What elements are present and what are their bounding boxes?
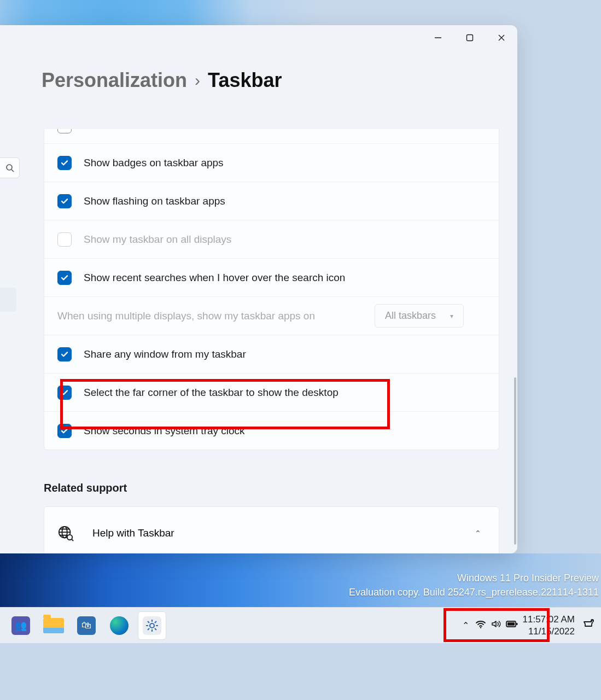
breadcrumb-separator-icon: › — [195, 71, 200, 90]
teams-icon: 👥 — [11, 616, 30, 635]
svg-point-4 — [67, 535, 72, 540]
svg-point-5 — [150, 623, 154, 628]
setting-label: Show seconds in system tray clock — [84, 425, 245, 437]
volume-icon — [490, 619, 502, 632]
maximize-button[interactable] — [454, 25, 486, 50]
setting-label: Select the far corner of the taskbar to … — [84, 387, 339, 399]
setting-row-show-badges[interactable]: Show badges on taskbar apps — [44, 143, 499, 182]
minimize-button[interactable] — [422, 25, 454, 50]
tray-overflow-chevron-icon[interactable]: ⌃ — [462, 620, 469, 631]
svg-rect-8 — [516, 623, 518, 625]
wifi-icon — [475, 619, 487, 632]
svg-point-6 — [480, 627, 481, 628]
close-button[interactable] — [486, 25, 517, 50]
setting-label: Show flashing on taskbar apps — [84, 195, 225, 207]
checkbox[interactable] — [57, 129, 72, 133]
checkbox — [57, 232, 72, 247]
setting-row-show-seconds[interactable]: Show seconds in system tray clock — [44, 411, 499, 450]
taskbar-app-microsoft-store[interactable]: 🛍 — [72, 611, 101, 640]
page-title: Taskbar — [208, 69, 282, 92]
edge-icon — [110, 616, 129, 635]
help-with-taskbar-row[interactable]: Help with Taskbar ⌃ — [44, 507, 499, 553]
globe-search-icon — [57, 525, 74, 541]
battery-icon — [505, 619, 517, 632]
search-button[interactable] — [0, 158, 20, 178]
taskbar-behaviors-card: Show badges on taskbar apps Show flashin… — [44, 129, 499, 450]
scrollbar-thumb[interactable] — [514, 377, 516, 545]
breadcrumb: Personalization › Taskbar — [42, 69, 282, 92]
setting-row-show-flashing[interactable]: Show flashing on taskbar apps — [44, 182, 499, 220]
settings-content: Show badges on taskbar apps Show flashin… — [44, 129, 517, 553]
checkbox[interactable] — [57, 271, 72, 285]
windows-watermark: Windows 11 Pro Insider Preview Evaluatio… — [349, 571, 599, 599]
chevron-up-icon: ⌃ — [475, 529, 481, 538]
tray-date: 11/15/2022 — [523, 626, 575, 637]
setting-label: Show recent searches when I hover over t… — [84, 272, 345, 284]
setting-label: When using multiple displays, show my ta… — [57, 310, 315, 322]
setting-row-all-displays: Show my taskbar on all displays — [44, 220, 499, 258]
tray-quick-settings[interactable] — [475, 619, 517, 632]
taskbar-system-tray: ⌃ 11:57:02 AM 11/15/2022 z — [462, 614, 599, 637]
taskbar-pinned-apps: 👥 🛍 — [7, 611, 166, 640]
dropdown-value: All taskbars — [385, 310, 436, 322]
taskbar-app-settings[interactable] — [138, 611, 166, 640]
checkbox[interactable] — [57, 386, 72, 400]
taskbar-app-file-explorer[interactable] — [39, 611, 68, 640]
svg-point-1 — [7, 165, 12, 170]
help-label: Help with Taskbar — [92, 527, 174, 539]
notification-center-icon[interactable]: z — [582, 618, 594, 633]
help-card: Help with Taskbar ⌃ Changing taskbar col… — [44, 506, 499, 553]
watermark-line2: Evaluation copy. Build 25247.rs_prerelea… — [349, 585, 599, 599]
setting-row-share-window[interactable]: Share any window from my taskbar — [44, 335, 499, 373]
tray-clock[interactable]: 11:57:02 AM 11/15/2022 — [523, 614, 575, 637]
svg-rect-0 — [467, 35, 473, 41]
taskbar-app-edge[interactable] — [105, 611, 133, 640]
setting-row-partial[interactable] — [44, 129, 499, 143]
windows-taskbar[interactable]: 👥 🛍 ⌃ 11:57:02 AM 11/15/2022 — [0, 607, 601, 643]
checkbox[interactable] — [57, 347, 72, 361]
checkbox[interactable] — [57, 424, 72, 438]
setting-row-show-desktop-corner[interactable]: Select the far corner of the taskbar to … — [44, 373, 499, 411]
gear-icon — [143, 616, 161, 635]
setting-label: Share any window from my taskbar — [84, 348, 246, 360]
checkbox[interactable] — [57, 156, 72, 170]
folder-icon — [43, 618, 64, 633]
search-icon — [5, 164, 14, 172]
nav-item-active-sliver[interactable] — [0, 288, 16, 312]
window-titlebar — [422, 25, 517, 50]
store-icon: 🛍 — [77, 616, 96, 635]
svg-rect-9 — [507, 622, 515, 626]
watermark-line1: Windows 11 Pro Insider Preview — [349, 571, 599, 585]
setting-label: Show my taskbar on all displays — [84, 234, 231, 246]
multi-display-dropdown: All taskbars ▾ — [375, 304, 464, 328]
chevron-down-icon: ▾ — [450, 312, 453, 320]
setting-row-multi-display-apps: When using multiple displays, show my ta… — [44, 296, 499, 335]
breadcrumb-parent[interactable]: Personalization — [42, 69, 187, 92]
tray-time: 11:57:02 AM — [523, 614, 575, 625]
setting-row-recent-searches[interactable]: Show recent searches when I hover over t… — [44, 258, 499, 296]
settings-window: Personalization › Taskbar Show badges on… — [0, 25, 517, 553]
taskbar-app-teams[interactable]: 👥 — [7, 611, 35, 640]
setting-label: Show badges on taskbar apps — [84, 157, 224, 169]
related-support-heading: Related support — [44, 482, 517, 494]
checkbox[interactable] — [57, 194, 72, 208]
